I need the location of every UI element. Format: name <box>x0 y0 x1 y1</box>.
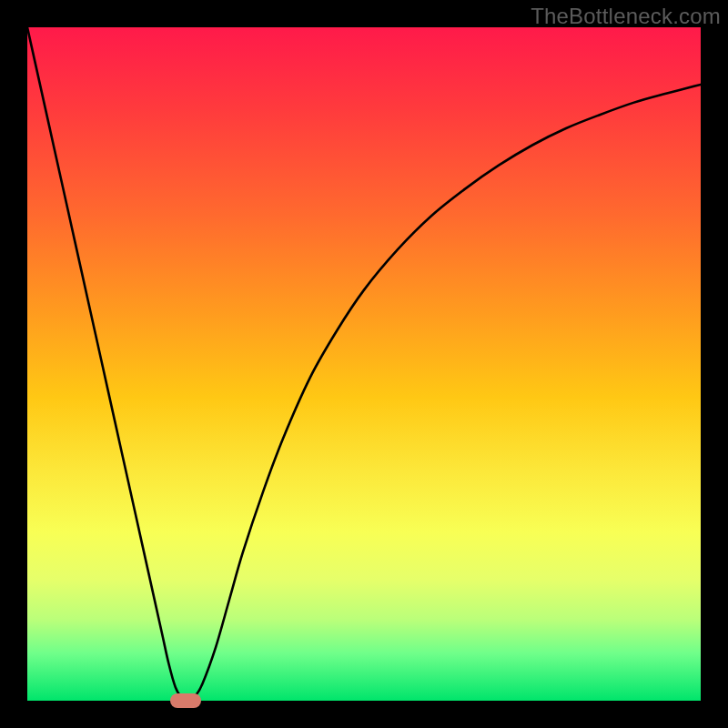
chart-frame: TheBottleneck.com <box>0 0 728 728</box>
chart-plot-area <box>27 27 701 701</box>
watermark-text: TheBottleneck.com <box>531 4 721 29</box>
bottleneck-curve <box>27 27 701 701</box>
optimal-marker <box>170 693 201 708</box>
